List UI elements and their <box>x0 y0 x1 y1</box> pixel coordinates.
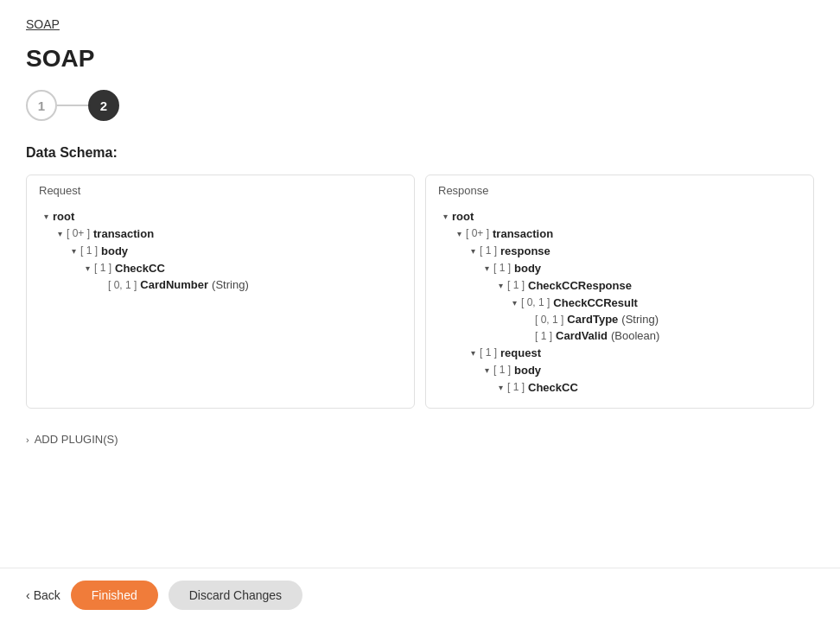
list-item: ▾ [ 1 ] body <box>431 361 808 378</box>
add-plugin-label: ADD PLUGIN(S) <box>35 433 118 446</box>
list-item: [ 0, 1 ] CardNumber (String) <box>32 276 409 293</box>
chevron-down-icon[interactable]: ▾ <box>493 380 507 394</box>
chevron-down-icon[interactable]: ▾ <box>493 278 507 292</box>
chevron-left-icon: ‹ <box>26 588 30 602</box>
list-item: ▾ [ 0+ ] transaction <box>431 225 808 242</box>
discard-button[interactable]: Discard Changes <box>169 581 302 610</box>
list-item: ▾ [ 1 ] body <box>431 259 808 276</box>
response-panel-body: ▾ root ▾ [ 0+ ] transaction ▾ [ 1 ] resp… <box>426 202 813 408</box>
list-item: ▾ [ 0+ ] transaction <box>32 225 409 242</box>
list-item: ▾ [ 1 ] response <box>431 242 808 259</box>
chevron-down-icon[interactable]: ▾ <box>507 295 521 309</box>
chevron-down-icon[interactable]: ▾ <box>452 226 466 240</box>
chevron-down-icon[interactable]: ▾ <box>80 261 94 275</box>
schema-title: Data Schema: <box>26 145 814 161</box>
chevron-down-icon[interactable]: ▾ <box>480 261 493 275</box>
breadcrumb-link[interactable]: SOAP <box>26 17 60 31</box>
list-item: ▾ [ 1 ] CheckCC <box>431 378 808 396</box>
response-panel-header: Response <box>426 175 813 202</box>
chevron-right-icon: › <box>26 435 29 445</box>
chevron-down-icon[interactable]: ▾ <box>438 209 452 223</box>
list-item: ▾ [ 0, 1 ] CheckCCResult <box>431 294 808 311</box>
step-1[interactable]: 1 <box>26 90 57 121</box>
chevron-down-icon[interactable]: ▾ <box>39 209 53 223</box>
schema-panels: Request ▾ root ▾ [ 0+ ] transaction ▾ [ … <box>26 175 814 409</box>
stepper: 1 2 <box>26 90 814 121</box>
request-panel: Request ▾ root ▾ [ 0+ ] transaction ▾ [ … <box>26 175 415 409</box>
response-panel: Response ▾ root ▾ [ 0+ ] transaction ▾ [… <box>425 175 814 409</box>
main-page: SOAP SOAP 1 2 Data Schema: Request ▾ roo… <box>0 0 840 622</box>
chevron-down-icon[interactable]: ▾ <box>466 244 480 257</box>
list-item: ▾ root <box>32 207 409 225</box>
list-item: ▾ [ 1 ] CheckCCResponse <box>431 276 808 294</box>
request-panel-body: ▾ root ▾ [ 0+ ] transaction ▾ [ 1 ] body… <box>27 202 414 305</box>
back-button[interactable]: ‹ Back <box>26 588 60 602</box>
add-plugin-section[interactable]: › ADD PLUGIN(S) <box>26 426 814 453</box>
list-item: [ 0, 1 ] CardType (String) <box>431 311 808 327</box>
bottom-bar: ‹ Back Finished Discard Changes <box>0 568 840 622</box>
finished-button[interactable]: Finished <box>71 581 158 610</box>
request-panel-header: Request <box>27 175 414 202</box>
page-title: SOAP <box>26 45 814 73</box>
chevron-down-icon[interactable]: ▾ <box>53 226 67 240</box>
list-item: [ 1 ] CardValid (Boolean) <box>431 327 808 344</box>
list-item: ▾ [ 1 ] body <box>32 242 409 259</box>
list-item: ▾ [ 1 ] request <box>431 344 808 361</box>
step-2[interactable]: 2 <box>88 90 119 121</box>
list-item: ▾ root <box>431 207 808 225</box>
list-item: ▾ [ 1 ] CheckCC <box>32 259 409 276</box>
breadcrumb[interactable]: SOAP <box>26 17 814 31</box>
step-connector <box>57 105 88 106</box>
chevron-down-icon[interactable]: ▾ <box>466 346 480 359</box>
chevron-down-icon[interactable]: ▾ <box>480 363 493 377</box>
chevron-down-icon[interactable]: ▾ <box>67 244 80 257</box>
